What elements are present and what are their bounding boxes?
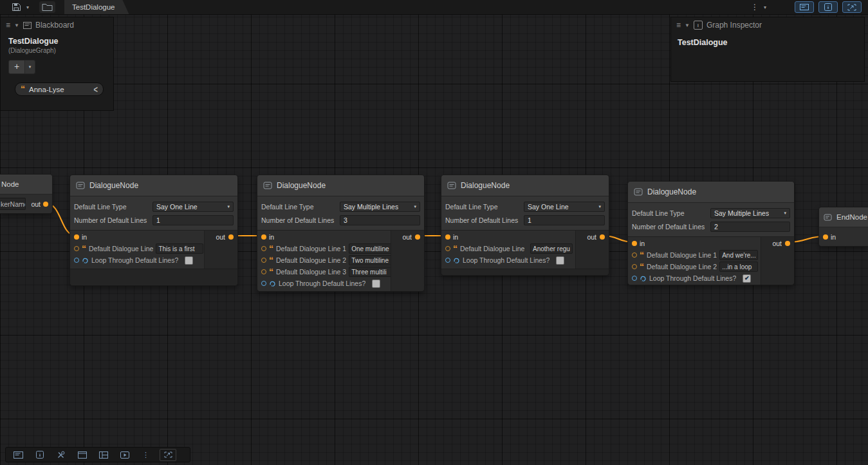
input-port[interactable] [74, 234, 79, 240]
node-title-label: DialogueNode [277, 181, 326, 190]
exposed-property[interactable]: “ Anna-Lyse < [15, 82, 104, 96]
asset-name: TestDialogue [671, 33, 864, 47]
node-title[interactable]: DialogueNode [70, 175, 237, 196]
hamburger-icon[interactable]: ≡ [6, 22, 10, 28]
string-port[interactable] [261, 269, 266, 274]
bool-port[interactable] [74, 258, 79, 263]
loop-checkbox[interactable] [372, 280, 380, 288]
chevron-left-icon[interactable]: < [94, 84, 98, 95]
line-count-field[interactable]: 1 [524, 215, 605, 225]
field-label: Default Line Type [632, 209, 710, 217]
dialogue-line-field[interactable]: Two multiline [349, 255, 394, 265]
loop-icon [269, 280, 276, 287]
dialogue-line-field[interactable]: One multiline [349, 243, 394, 254]
open-asset-button[interactable] [39, 1, 55, 13]
string-port[interactable] [261, 246, 266, 251]
bool-port[interactable] [632, 276, 637, 281]
string-port[interactable] [632, 252, 637, 258]
start-node[interactable]: Node kerName out [0, 174, 53, 214]
panels-icon [99, 451, 108, 459]
output-port-label: out [31, 200, 41, 208]
bool-port[interactable] [445, 258, 450, 263]
slide-button[interactable] [115, 448, 134, 461]
dialogue-line-field[interactable]: ...in a loop [719, 261, 758, 272]
more-vertical-icon: ⋮ [751, 3, 759, 12]
output-port[interactable] [228, 234, 234, 240]
dialogue-node-1[interactable]: DialogueNode Default Line Type Say One L… [69, 175, 238, 286]
field-label: Default Line Type [445, 203, 524, 211]
node-title[interactable]: Node [0, 175, 52, 195]
collapse-arrow-icon[interactable]: ▼ [685, 23, 690, 28]
input-port[interactable] [445, 234, 450, 240]
output-port[interactable] [785, 241, 790, 246]
node-title[interactable]: EndNode [819, 207, 868, 227]
string-port[interactable] [445, 246, 450, 251]
top-toolbar: ▾ TestDialogue ⋮ ▾ [0, 0, 868, 15]
node-title[interactable]: DialogueNode [257, 175, 424, 196]
string-port[interactable] [632, 264, 637, 269]
loop-checkbox[interactable] [185, 256, 193, 265]
output-port[interactable] [43, 202, 48, 207]
line-type-dropdown[interactable]: Say Multiple Lines▾ [710, 208, 790, 218]
node-title[interactable]: DialogueNode [628, 182, 794, 203]
blackboard-button[interactable] [8, 448, 28, 461]
save-dropdown-button[interactable]: ▾ [24, 0, 32, 14]
chevron-down-icon: ▾ [414, 204, 416, 209]
line-count-field[interactable]: 1 [152, 215, 234, 225]
graph-tab[interactable]: TestDialogue [64, 0, 129, 14]
bool-port[interactable] [261, 281, 266, 286]
output-port[interactable] [600, 234, 605, 240]
hamburger-icon[interactable]: ≡ [676, 22, 681, 28]
dialogue-node-2[interactable]: DialogueNode Default Line Type Say Multi… [257, 175, 425, 292]
line-type-dropdown[interactable]: Say One Line▾ [152, 202, 234, 212]
end-node[interactable]: EndNode in [818, 207, 868, 247]
line-type-dropdown[interactable]: Say Multiple Lines▾ [340, 202, 420, 212]
dialogue-node-4[interactable]: DialogueNode Default Line Type Say Multi… [627, 181, 795, 285]
dialogue-line-field[interactable]: This is a first [156, 243, 203, 254]
blackboard-toggle-button[interactable] [795, 1, 814, 13]
add-property-button[interactable]: + [8, 60, 25, 74]
collapse-arrow-icon[interactable]: ▼ [14, 23, 19, 28]
blackboard-panel[interactable]: ≡ ▼ Blackboard TestDialogue (DialogueGra… [0, 17, 114, 111]
string-port[interactable] [261, 258, 266, 263]
window-button[interactable] [72, 448, 92, 461]
graph-editor[interactable]: ▾ TestDialogue ⋮ ▾ ≡ ▼ Blackboard TestD [0, 0, 868, 465]
quote-icon: “ [269, 247, 273, 251]
more-dropdown-button[interactable]: ▾ [761, 0, 769, 14]
more-button[interactable]: ⋮ [136, 448, 156, 461]
node-title[interactable]: DialogueNode [441, 175, 609, 196]
line-count-field[interactable]: 3 [340, 215, 420, 225]
line-count-field[interactable]: 2 [710, 222, 790, 232]
save-button[interactable] [9, 0, 24, 14]
panels-button[interactable] [93, 448, 113, 461]
tools-button[interactable] [51, 448, 71, 461]
inspector-icon [824, 3, 832, 11]
line-type-dropdown[interactable]: Say One Line▾ [524, 202, 605, 212]
add-property-dropdown-button[interactable]: ▾ [25, 60, 35, 74]
field-label: Number of Default Lines [261, 216, 340, 224]
more-menu-button[interactable]: ⋮ [748, 0, 761, 14]
port-label: Default Dialogue Line 1 [276, 245, 346, 252]
graph-inspector-panel[interactable]: ≡ ▼ i Graph Inspector TestDialogue [670, 17, 865, 82]
dialogue-node-3[interactable]: DialogueNode Default Line Type Say One L… [441, 175, 609, 276]
fullscreen-button[interactable] [160, 449, 176, 461]
loop-checkbox[interactable] [556, 256, 564, 265]
loop-icon [82, 257, 89, 264]
fullscreen-toggle-button[interactable] [842, 1, 862, 13]
output-port[interactable] [415, 234, 420, 240]
input-port[interactable] [632, 241, 637, 246]
dialogue-line-field[interactable]: And we're... [719, 250, 758, 260]
dialogue-line-field[interactable]: Another regu [530, 243, 573, 254]
inspector-toggle-button[interactable] [818, 1, 838, 13]
input-port[interactable] [261, 234, 266, 240]
panel-title: Graph Inspector [706, 21, 762, 30]
asset-name: TestDialogue [1, 33, 113, 46]
dialogue-line-field[interactable]: Three multili [349, 267, 394, 277]
loop-checkbox[interactable]: ✔ [743, 274, 751, 283]
more-vertical-icon: ⋮ [142, 451, 149, 459]
string-port[interactable] [74, 246, 79, 251]
input-port[interactable] [823, 234, 828, 240]
port-label: Loop Through Default Lines? [279, 280, 365, 287]
inspector-button[interactable] [30, 448, 50, 461]
speaker-name-field[interactable]: kerName [0, 198, 26, 210]
